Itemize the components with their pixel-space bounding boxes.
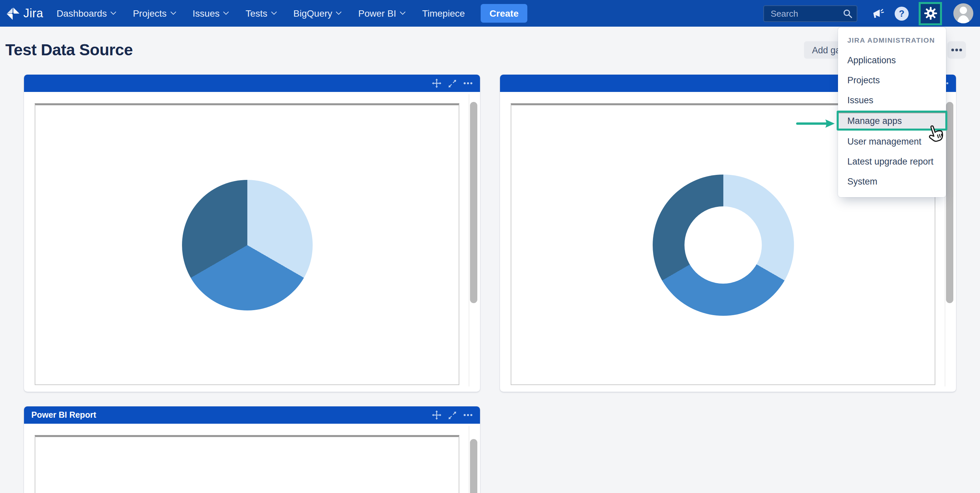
gadget-scrollbar [469, 426, 477, 493]
gadget-pie-chart [24, 75, 480, 392]
admin-menu-item-system[interactable]: System [838, 171, 946, 191]
nav-item-timepiece[interactable]: Timepiece [422, 8, 465, 19]
top-navbar: Jira DashboardsProjectsIssuesTestsBigQue… [0, 0, 980, 27]
gadget-scrollbar [469, 94, 477, 387]
gadget-power-bi-report: Power BI Report [24, 406, 480, 493]
pointer-hand-icon [925, 122, 946, 145]
ellipsis-icon [951, 49, 954, 51]
gear-icon[interactable] [924, 7, 937, 20]
admin-menu-list: ApplicationsProjectsIssuesManage appsUse… [838, 50, 946, 191]
search-icon[interactable] [843, 8, 853, 18]
move-gadget-icon[interactable] [432, 411, 441, 420]
gadget-iframe [35, 435, 459, 493]
chevron-down-icon [170, 10, 176, 15]
gadget-body [24, 424, 480, 493]
nav-menu: DashboardsProjectsIssuesTestsBigQueryPow… [57, 8, 465, 19]
jira-dashboard-page: Jira DashboardsProjectsIssuesTestsBigQue… [0, 0, 980, 493]
gadget-chart [182, 179, 312, 310]
megaphone-icon[interactable] [872, 8, 885, 19]
jira-logo-text: Jira [23, 6, 43, 20]
avatar[interactable] [953, 3, 973, 23]
gadget-menu-icon[interactable] [463, 413, 473, 417]
gadget-body [24, 92, 480, 392]
jira-administration-dropdown: JIRA ADMINISTRATION ApplicationsProjects… [838, 27, 946, 197]
annotation-arrow-icon [795, 118, 837, 129]
nav-item-label: Timepiece [422, 8, 465, 19]
jira-logo[interactable]: Jira [6, 6, 43, 20]
gadget-chart [652, 174, 794, 315]
scrollbar-thumb[interactable] [470, 439, 477, 493]
nav-item-tests[interactable]: Tests [246, 8, 276, 19]
move-gadget-icon[interactable] [432, 79, 441, 88]
chevron-down-icon [400, 10, 406, 15]
scrollbar-thumb[interactable] [470, 102, 477, 303]
nav-item-label: Tests [246, 8, 267, 19]
avatar-head [960, 7, 967, 14]
gadget-menu-icon[interactable] [463, 81, 473, 85]
jira-logo-icon [6, 6, 20, 20]
nav-item-label: Dashboards [57, 8, 107, 19]
chevron-down-icon [111, 10, 116, 15]
chevron-down-icon [271, 10, 277, 15]
gadget-header[interactable]: Power BI Report [24, 406, 480, 424]
nav-item-power-bi[interactable]: Power BI [358, 8, 405, 19]
help-icon[interactable]: ? [895, 6, 908, 20]
gadget-header[interactable] [24, 75, 480, 92]
chevron-down-icon [223, 10, 229, 15]
donut-chart [652, 174, 794, 315]
create-button[interactable]: Create [481, 4, 527, 23]
nav-item-bigquery[interactable]: BigQuery [293, 8, 341, 19]
avatar-torso [957, 15, 970, 23]
pie-chart [182, 179, 312, 310]
nav-item-projects[interactable]: Projects [133, 8, 175, 19]
search-box [763, 5, 858, 22]
nav-icons: ? [872, 2, 973, 25]
admin-menu-item-latest-upgrade-report[interactable]: Latest upgrade report [838, 151, 946, 171]
gadget-iframe [35, 103, 459, 385]
chevron-down-icon [336, 10, 342, 15]
nav-item-label: Issues [192, 8, 220, 19]
expand-gadget-icon[interactable] [448, 79, 457, 87]
nav-item-label: Projects [133, 8, 167, 19]
expand-gadget-icon[interactable] [448, 411, 457, 419]
admin-menu-item-issues[interactable]: Issues [838, 90, 946, 110]
nav-item-dashboards[interactable]: Dashboards [57, 8, 116, 19]
admin-menu-heading: JIRA ADMINISTRATION [838, 35, 946, 50]
nav-item-label: Power BI [358, 8, 396, 19]
nav-item-issues[interactable]: Issues [192, 8, 228, 19]
donut-hole [684, 206, 762, 284]
scrollbar-thumb[interactable] [946, 102, 953, 303]
page-title: Test Data Source [5, 41, 133, 59]
admin-menu-item-applications[interactable]: Applications [838, 50, 946, 70]
page-more-actions-button[interactable] [947, 41, 966, 59]
gadget-title: Power BI Report [31, 411, 96, 420]
nav-item-label: BigQuery [293, 8, 332, 19]
admin-menu-item-projects[interactable]: Projects [838, 70, 946, 90]
gear-highlight-box [919, 2, 942, 25]
